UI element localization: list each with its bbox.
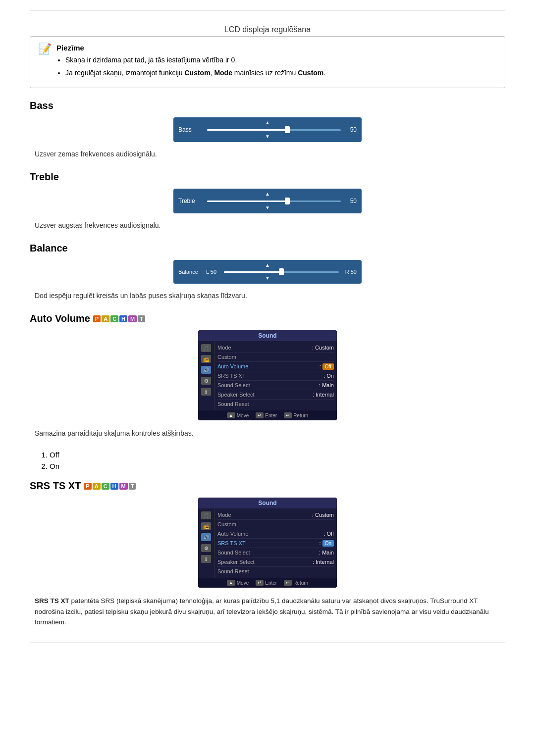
srs-badge-c: C: [102, 483, 109, 490]
srs-row-mode: Mode : Custom: [217, 510, 334, 520]
auto-volume-sound-menu: Sound 🎵 📻 🔊 ⚙ ℹ Mode : Custom Custom: [198, 330, 337, 420]
srs-footer-move-icon: ▲: [227, 580, 235, 586]
srs-badge-a: A: [93, 483, 101, 490]
srs-footer-move-label: Move: [237, 580, 249, 586]
auto-volume-menu-title: Sound: [198, 330, 337, 341]
balance-arrow-down[interactable]: ▼: [265, 276, 270, 281]
treble-heading: Treble: [30, 171, 505, 183]
badge-c: C: [110, 315, 118, 322]
note-item-1: Skaņa ir dzirdama pat tad, ja tās iestat…: [65, 55, 325, 65]
srs-footer-return-icon: ↩: [284, 580, 292, 586]
footer-enter-label: Enter: [265, 413, 277, 418]
srs-row-speaker: Speaker Select : Internal: [217, 557, 334, 567]
bass-slider-row: Bass 50: [178, 126, 357, 133]
srs-icon-info: ℹ: [201, 555, 211, 563]
balance-label: Balance: [178, 269, 203, 275]
srs-row-custom: Custom: [217, 520, 334, 529]
sound-val-mode: : Custom: [312, 345, 334, 351]
bass-slider-widget: ▲ Bass 50 ▼: [173, 117, 362, 142]
srs-menu-footer: ▲ Move ↵ Enter ↩ Return: [198, 578, 337, 588]
sound-row-soundselect: Sound Select : Main: [217, 381, 334, 390]
srs-key-reset: Sound Reset: [217, 568, 249, 574]
note-item-2: Ja regulējat skaņu, izmantojot funkciju …: [65, 68, 325, 78]
srs-sound-menu: Sound 🎵 📻 🔊 ⚙ ℹ Mode : Custom Custom: [198, 498, 337, 588]
srs-description: SRS TS XT patentēta SRS (telpiskā skanēj…: [35, 596, 505, 628]
auto-volume-option-1: Off: [50, 451, 505, 459]
balance-bar[interactable]: [224, 270, 339, 274]
srs-badge-p: P: [84, 483, 91, 490]
balance-right-label: R 50: [342, 269, 357, 275]
sound-key-mode: Mode: [217, 345, 231, 351]
note-box: 📝 Piezīme Skaņa ir dzirdama pat tad, ja …: [30, 36, 505, 88]
srs-desc-text: patentēta SRS (telpiskā skanējuma) tehno…: [35, 597, 489, 626]
footer-return-label: Return: [293, 413, 308, 418]
treble-track: [207, 201, 341, 202]
sound-val-soundselect: : Main: [319, 382, 334, 388]
auto-volume-menu-wrapper: Sound 🎵 📻 🔊 ⚙ ℹ Mode : Custom Custom: [30, 330, 505, 420]
autovolume-val-badge: Off: [322, 363, 334, 370]
badge-h: H: [119, 315, 127, 322]
srs-icon-sound: 🎵: [201, 511, 211, 519]
srs-footer-enter-label: Enter: [265, 580, 277, 586]
bottom-divider: [30, 643, 505, 643]
bass-fill: [207, 129, 287, 131]
icon-speaker: 🔊: [201, 366, 211, 374]
bass-arrow-up[interactable]: ▲: [265, 120, 270, 125]
srs-val-srs: : On: [320, 540, 334, 546]
srs-badge-h: H: [110, 483, 118, 490]
srs-menu-rows: Mode : Custom Custom Auto Volume : Off S…: [214, 508, 337, 578]
footer-move-icon: ▲: [227, 412, 235, 418]
sound-row-mode: Mode : Custom: [217, 343, 334, 353]
balance-track: [224, 271, 339, 273]
srs-menu-icons: 🎵 📻 🔊 ⚙ ℹ: [198, 508, 214, 578]
bass-heading: Bass: [30, 100, 505, 111]
footer-return-icon: ↩: [284, 412, 292, 418]
auto-volume-badges: P A C H M T: [93, 315, 145, 322]
auto-volume-menu-rows: Mode : Custom Custom Auto Volume : Off S…: [214, 341, 337, 410]
treble-fill: [207, 201, 287, 202]
srs-val-soundselect: : Main: [319, 550, 334, 555]
bass-bar[interactable]: [207, 128, 341, 132]
page-title: LCD displeja regulēšana: [30, 25, 505, 34]
balance-slider-widget: ▲ Balance L 50 R 50 ▼: [173, 260, 362, 284]
srs-val-mode: : Custom: [312, 512, 334, 518]
sound-key-soundselect: Sound Select: [217, 382, 250, 388]
sound-row-srs: SRS TS XT : On: [217, 371, 334, 381]
srs-row-reset: Sound Reset: [217, 567, 334, 576]
sound-row-custom: Custom: [217, 353, 334, 362]
bass-value: 50: [345, 126, 357, 133]
srs-key-srs: SRS TS XT: [217, 540, 246, 546]
sound-key-srs: SRS TS XT: [217, 373, 246, 379]
icon-sound: 🎵: [201, 344, 211, 352]
srs-menu-body: 🎵 📻 🔊 ⚙ ℹ Mode : Custom Custom: [198, 508, 337, 578]
srs-footer-return: ↩ Return: [284, 580, 308, 586]
sound-row-reset: Sound Reset: [217, 400, 334, 408]
bass-label: Bass: [178, 126, 203, 133]
auto-volume-option-2: On: [50, 462, 505, 470]
balance-slider-row: Balance L 50 R 50: [178, 269, 357, 275]
balance-arrow-up[interactable]: ▲: [265, 263, 270, 268]
srs-desc-bold: SRS TS XT: [35, 597, 69, 605]
note-list: Skaņa ir dzirdama pat tad, ja tās iestat…: [56, 55, 325, 78]
auto-volume-menu-footer: ▲ Move ↵ Enter ↩ Return: [198, 410, 337, 420]
note-title: Piezīme: [56, 44, 325, 52]
srs-heading: SRS TS XT: [30, 480, 81, 492]
srs-key-autovolume: Auto Volume: [217, 531, 248, 537]
srs-key-soundselect: Sound Select: [217, 550, 250, 555]
footer-move: ▲ Move: [227, 412, 249, 418]
bass-arrow-down[interactable]: ▼: [265, 134, 270, 139]
sound-val-autovolume: : Off: [320, 363, 334, 369]
balance-thumb: [279, 268, 284, 275]
sound-val-srs: : On: [323, 373, 334, 379]
treble-bar[interactable]: [207, 199, 341, 203]
srs-key-speaker: Speaker Select: [217, 559, 255, 565]
srs-key-custom: Custom: [217, 521, 236, 527]
footer-return: ↩ Return: [284, 412, 308, 418]
srs-val-autovolume: : Off: [323, 531, 334, 537]
srs-badges: P A C H M T: [84, 483, 136, 490]
sound-row-speaker: Speaker Select : Internal: [217, 390, 334, 400]
treble-arrow-up[interactable]: ▲: [265, 192, 270, 197]
treble-arrow-down[interactable]: ▼: [265, 205, 270, 210]
sound-key-autovolume: Auto Volume: [217, 363, 248, 369]
footer-enter: ↵ Enter: [256, 412, 277, 418]
